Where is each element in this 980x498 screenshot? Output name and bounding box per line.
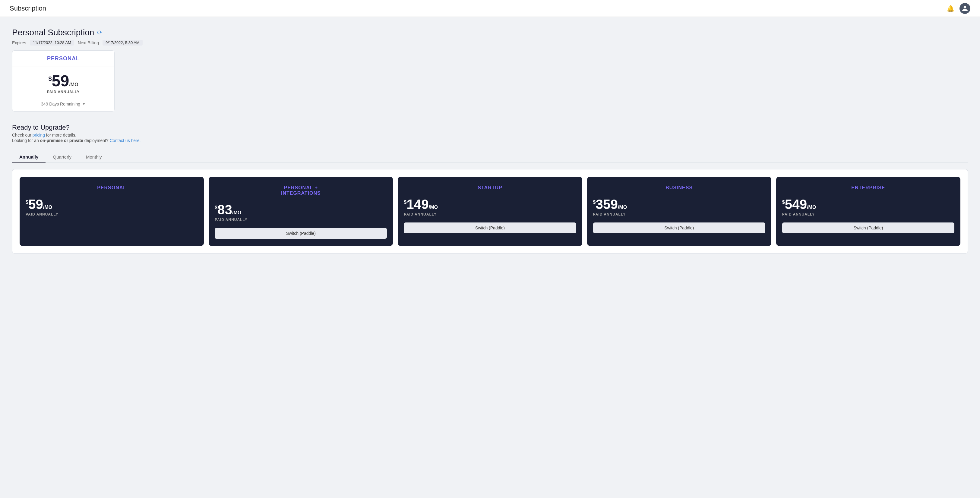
plan-remaining: 349 Days Remaining ▼ xyxy=(12,98,114,111)
current-plan-card: PERSONAL $59/MO PAID ANNUALLY 349 Days R… xyxy=(12,50,115,111)
plan-card-title: PERSONAL xyxy=(12,51,114,67)
switch-paddle-enterprise[interactable]: Switch (Paddle) xyxy=(782,223,955,233)
upgrade-section: Ready to Upgrade? Check our pricing for … xyxy=(12,124,968,143)
pricing-card-startup: STARTUP $149/MO PAID ANNUALLY Switch (Pa… xyxy=(398,177,582,246)
switch-paddle-personal-plus[interactable]: Switch (Paddle) xyxy=(215,228,387,239)
personal-amount: 59 xyxy=(29,197,43,212)
navbar: Subscription 🔔 xyxy=(0,0,980,17)
plan-name-business: BUSINESS xyxy=(593,185,765,191)
pricing-cards: PERSONAL $59/MO PAID ANNUALLY PERSONAL +… xyxy=(20,177,960,246)
expires-label: Expires xyxy=(12,40,26,45)
startup-amount: 149 xyxy=(406,197,428,212)
upgrade-text2-prefix: Looking for an xyxy=(12,138,40,143)
switch-paddle-startup[interactable]: Switch (Paddle) xyxy=(404,223,576,233)
upgrade-text1-suffix: for more details. xyxy=(45,133,76,137)
tab-quarterly[interactable]: Quarterly xyxy=(46,151,79,163)
next-billing-date: 9/17/2022, 5:30 AM xyxy=(102,40,143,46)
upgrade-text1-prefix: Check our xyxy=(12,133,33,137)
startup-period: /MO xyxy=(429,205,438,210)
pricing-card-personal: PERSONAL $59/MO PAID ANNUALLY xyxy=(20,177,204,246)
plan-name-personal-plus: PERSONAL +INTEGRATIONS xyxy=(215,185,387,196)
personal-plus-amount: 83 xyxy=(217,202,232,217)
pricing-card-enterprise: ENTERPRISE $549/MO PAID ANNUALLY Switch … xyxy=(776,177,960,246)
navbar-title: Subscription xyxy=(10,5,46,12)
section-title-text: Personal Subscription xyxy=(12,28,94,37)
personal-billing: PAID ANNUALLY xyxy=(25,212,198,216)
plan-card-price: $59/MO xyxy=(12,67,114,90)
enterprise-period: /MO xyxy=(807,205,816,210)
tab-monthly[interactable]: Monthly xyxy=(79,151,109,163)
plan-name-enterprise: ENTERPRISE xyxy=(782,185,955,191)
business-billing: PAID ANNUALLY xyxy=(593,212,765,216)
startup-billing: PAID ANNUALLY xyxy=(404,212,576,216)
enterprise-amount: 549 xyxy=(785,197,807,212)
plan-billing: PAID ANNUALLY xyxy=(12,90,114,98)
refresh-icon[interactable]: ⟳ xyxy=(97,29,102,36)
plan-price-personal-plus: $83/MO xyxy=(215,203,387,216)
expires-date: 11/17/2022, 10:28 AM xyxy=(30,40,74,46)
upgrade-text2-bold: on-premise or private xyxy=(40,138,83,143)
main-content: Personal Subscription ⟳ Expires 11/17/20… xyxy=(0,17,980,264)
upgrade-text-1: Check our pricing for more details. xyxy=(12,133,968,137)
upgrade-text2-middle: deployment? xyxy=(83,138,110,143)
plan-price-enterprise: $549/MO xyxy=(782,198,955,211)
remaining-text: 349 Days Remaining xyxy=(41,102,80,107)
contact-link[interactable]: Contact us here. xyxy=(110,138,141,143)
pricing-link[interactable]: pricing xyxy=(33,133,45,137)
plan-price-business: $359/MO xyxy=(593,198,765,211)
section-header: Personal Subscription ⟳ xyxy=(12,28,968,37)
plan-name-personal: PERSONAL xyxy=(25,185,198,191)
startup-currency: $ xyxy=(404,200,406,205)
navbar-icons: 🔔 xyxy=(946,3,970,14)
plan-currency: $ xyxy=(48,75,52,82)
personal-period: /MO xyxy=(43,205,52,210)
personal-plus-billing: PAID ANNUALLY xyxy=(215,218,387,222)
notification-bell-icon[interactable]: 🔔 xyxy=(946,4,955,13)
personal-plus-period: /MO xyxy=(232,210,241,215)
avatar[interactable] xyxy=(959,3,970,14)
plan-period: /MO xyxy=(69,82,78,87)
personal-currency: $ xyxy=(25,200,29,205)
billing-tabs: Annually Quarterly Monthly xyxy=(12,151,968,163)
enterprise-billing: PAID ANNUALLY xyxy=(782,212,955,216)
business-period: /MO xyxy=(618,205,627,210)
pricing-container: PERSONAL $59/MO PAID ANNUALLY PERSONAL +… xyxy=(12,169,968,253)
enterprise-currency: $ xyxy=(782,200,785,205)
chevron-down-icon[interactable]: ▼ xyxy=(82,102,86,106)
subscription-meta: Expires 11/17/2022, 10:28 AM Next Billin… xyxy=(12,40,968,46)
pricing-card-personal-plus: PERSONAL +INTEGRATIONS $83/MO PAID ANNUA… xyxy=(208,177,393,246)
switch-paddle-business[interactable]: Switch (Paddle) xyxy=(593,223,765,233)
plan-price-startup: $149/MO xyxy=(404,198,576,211)
business-amount: 359 xyxy=(596,197,618,212)
upgrade-title: Ready to Upgrade? xyxy=(12,124,968,131)
plan-amount: 59 xyxy=(52,72,69,89)
pricing-card-business: BUSINESS $359/MO PAID ANNUALLY Switch (P… xyxy=(587,177,772,246)
personal-plus-currency: $ xyxy=(215,205,217,210)
upgrade-text-2: Looking for an on-premise or private dep… xyxy=(12,138,968,143)
next-billing-label: Next Billing xyxy=(78,40,99,45)
tab-annually[interactable]: Annually xyxy=(12,151,46,163)
business-currency: $ xyxy=(593,200,596,205)
plan-price-personal: $59/MO xyxy=(25,198,198,211)
plan-name-startup: STARTUP xyxy=(404,185,576,191)
